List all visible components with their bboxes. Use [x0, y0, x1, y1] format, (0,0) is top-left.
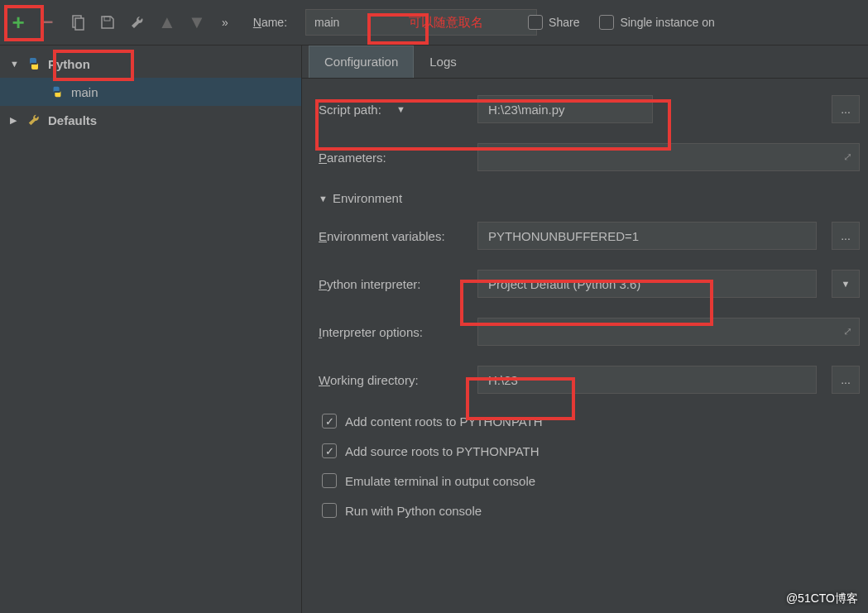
toolbar: + − ▲ ▼ » Name: 可以随意取名 Share Single inst…	[0, 0, 868, 45]
env-vars-browse-button[interactable]: ...	[832, 222, 860, 250]
svg-rect-1	[75, 18, 84, 30]
row-add-source-roots: Add source roots to PYTHONPATH	[322, 443, 860, 458]
wrench-icon[interactable]	[127, 12, 147, 32]
sidebar: ▼ Python main ▶ Defaults	[0, 45, 302, 613]
wrench-icon	[26, 113, 41, 127]
interp-options-input[interactable]: ⤢	[477, 318, 860, 346]
share-checkbox[interactable]	[528, 15, 543, 30]
environment-label: Environment	[333, 191, 402, 205]
remove-icon[interactable]: −	[38, 12, 58, 32]
defaults-label: Defaults	[48, 113, 97, 127]
row-emulate-terminal: Emulate terminal in output console	[322, 473, 860, 488]
share-checkbox-wrap: Share	[528, 15, 579, 30]
emulate-terminal-label: Emulate terminal in output console	[345, 474, 535, 488]
name-label: Name:	[253, 16, 287, 29]
copy-icon[interactable]	[68, 12, 88, 32]
script-path-input[interactable]: H:\23\main.py	[477, 95, 653, 123]
row-parameters: Parameters: ⤢	[319, 143, 860, 171]
tree-defaults-group[interactable]: ▶ Defaults	[0, 106, 301, 134]
content: Configuration Logs Script path: ▼ H:\23\…	[302, 45, 868, 613]
run-console-label: Run with Python console	[345, 504, 482, 518]
name-input[interactable]	[305, 9, 537, 36]
form: Script path: ▼ H:\23\main.py ... Paramet…	[302, 79, 868, 541]
add-source-roots-label: Add source roots to PYTHONPATH	[345, 444, 540, 458]
up-icon[interactable]: ▲	[157, 12, 177, 32]
row-interpreter: Python interpreter: Project Default (Pyt…	[319, 270, 860, 298]
main: ▼ Python main ▶ Defaults Configuration L…	[0, 45, 868, 613]
script-path-label: Script path:	[319, 103, 381, 117]
workdir-browse-button[interactable]: ...	[832, 366, 860, 394]
chevron-down-icon[interactable]: ▼	[396, 104, 405, 114]
chevron-right-icon: ▶	[10, 115, 20, 126]
expand-icon[interactable]: ⤢	[843, 325, 852, 338]
env-vars-label: Environment variables:	[319, 229, 468, 243]
share-label: Share	[549, 16, 579, 29]
row-script-path: Script path: ▼ H:\23\main.py ...	[319, 95, 860, 123]
tree-item-main[interactable]: main	[0, 78, 301, 106]
interpreter-label: Python interpreter:	[319, 277, 468, 291]
chevron-down-icon: ▼	[10, 59, 20, 69]
row-working-directory: Working directory: H:\23 ...	[319, 366, 860, 394]
row-env-vars: Environment variables: PYTHONUNBUFFERED=…	[319, 222, 860, 250]
add-content-roots-label: Add content roots to PYTHONPATH	[345, 414, 543, 429]
tab-logs[interactable]: Logs	[414, 45, 472, 78]
single-instance-label: Single instance on	[620, 16, 714, 29]
single-instance-checkbox[interactable]	[599, 15, 614, 30]
emulate-terminal-checkbox[interactable]	[322, 473, 337, 488]
add-icon[interactable]: +	[8, 12, 28, 32]
add-content-roots-checkbox[interactable]	[322, 414, 337, 429]
python-group-label: Python	[48, 57, 90, 71]
row-add-content-roots: Add content roots to PYTHONPATH	[322, 414, 860, 429]
add-source-roots-checkbox[interactable]	[322, 443, 337, 458]
row-run-console: Run with Python console	[322, 503, 860, 518]
expand-icon[interactable]: ⤢	[843, 151, 852, 163]
python-icon	[26, 56, 41, 71]
expand-icon[interactable]: »	[222, 16, 228, 29]
environment-section-header[interactable]: ▼ Environment	[319, 191, 860, 205]
row-interp-options: Interpreter options: ⤢	[319, 318, 860, 346]
parameters-input[interactable]: ⤢	[477, 143, 860, 171]
workdir-label: Working directory:	[319, 373, 468, 387]
tree-item-label: main	[71, 85, 98, 99]
save-icon[interactable]	[98, 12, 117, 32]
workdir-input[interactable]: H:\23	[477, 366, 817, 394]
run-console-checkbox[interactable]	[322, 503, 337, 518]
tree-python-group[interactable]: ▼ Python	[0, 50, 301, 78]
chevron-down-icon: ▼	[319, 194, 328, 204]
watermark: @51CTO博客	[786, 591, 858, 606]
single-instance-wrap: Single instance on	[599, 15, 714, 30]
python-icon	[50, 84, 65, 99]
tab-configuration[interactable]: Configuration	[309, 45, 414, 78]
interpreter-select[interactable]: Project Default (Python 3.6)	[477, 270, 817, 298]
interp-options-label: Interpreter options:	[319, 325, 468, 339]
parameters-label: Parameters:	[319, 151, 468, 165]
interpreter-dropdown-button[interactable]: ▼	[832, 270, 860, 298]
browse-button[interactable]: ...	[832, 95, 860, 123]
tabs: Configuration Logs	[302, 45, 868, 79]
down-icon[interactable]: ▼	[187, 12, 207, 32]
env-vars-input[interactable]: PYTHONUNBUFFERED=1	[477, 222, 817, 250]
